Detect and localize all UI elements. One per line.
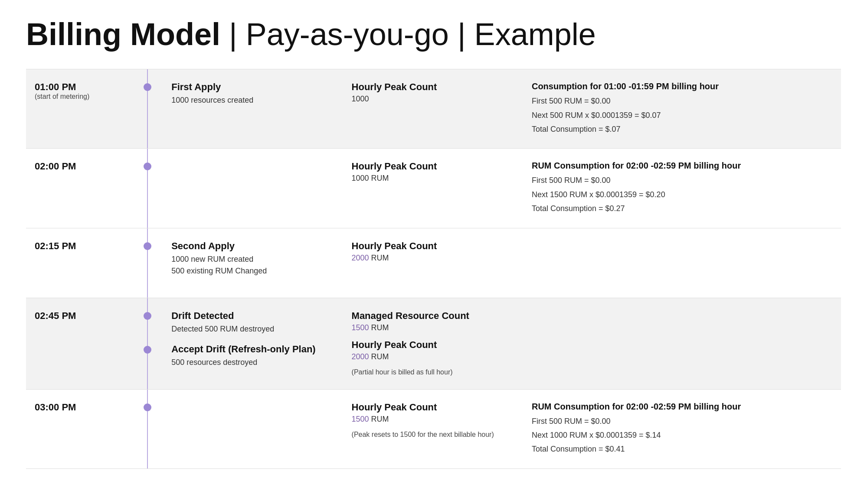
timeline-dot — [144, 346, 151, 354]
peak-value-suffix: RUM — [369, 352, 389, 361]
peak-note: (Partial hour is billed as full hour) — [352, 368, 514, 376]
consumption-detail: First 500 RUM = $0.00Next 1000 RUM x $0.… — [532, 414, 832, 456]
table-row: 02:15 PMSecond Apply 1000 new RUM create… — [26, 228, 841, 298]
event-title: Accept Drift (Refresh-only Plan) — [171, 344, 334, 355]
event-detail: Detected 500 RUM destroyed — [171, 323, 334, 335]
event-cell: First Apply 1000 resources created — [163, 69, 343, 149]
event-item: First Apply 1000 resources created — [171, 81, 334, 106]
event-cell — [163, 389, 343, 468]
table-row: 02:45 PMDrift Detected Detected 500 RUM … — [26, 298, 841, 389]
peak-note: (Peak resets to 1500 for the next billab… — [352, 431, 514, 439]
timeline-dot — [144, 312, 151, 320]
timeline-container: 01:00 PM(start of metering)First Apply 1… — [26, 69, 841, 469]
dot-cell — [132, 389, 163, 468]
consumption-cell: Consumption for 01:00 -01:59 PM billing … — [523, 69, 841, 149]
consumption-title: RUM Consumption for 02:00 -02:59 PM bill… — [532, 161, 832, 171]
event-item: Drift Detected Detected 500 RUM destroye… — [171, 310, 334, 335]
consumption-line: Next 500 RUM x $0.0001359 = $0.07 — [532, 108, 832, 122]
time-label: 02:45 PM — [35, 310, 123, 322]
peak-item: Managed Resource Count 1500 RUM — [352, 310, 514, 332]
peak-value: 1500 RUM — [352, 415, 514, 424]
consumption-item: RUM Consumption for 02:00 -02:59 PM bill… — [532, 161, 832, 215]
peak-value: 1000 RUM — [352, 174, 514, 183]
time-label: 01:00 PM — [35, 81, 123, 93]
peak-value-suffix: RUM — [369, 323, 389, 332]
peak-value: 1500 RUM — [352, 323, 514, 332]
table-row: 02:00 PMHourly Peak Count 1000 RUMRUM Co… — [26, 149, 841, 228]
event-detail: 500 resources destroyed — [171, 357, 334, 368]
peak-cell: Managed Resource Count 1500 RUMHourly Pe… — [343, 298, 523, 389]
peak-value-suffix: RUM — [369, 254, 389, 262]
peak-value-suffix: RUM — [369, 415, 389, 423]
peak-cell: Hourly Peak Count 1000 — [343, 69, 523, 149]
peak-value-highlight: 2000 — [352, 254, 369, 262]
time-label: 02:15 PM — [35, 241, 123, 252]
peak-value-text: 1000 — [352, 94, 369, 103]
dot-cell — [132, 228, 163, 298]
peak-cell: Hourly Peak Count 1500 RUM(Peak resets t… — [343, 389, 523, 468]
event-title: First Apply — [171, 81, 334, 93]
event-cell: Second Apply 1000 new RUM created500 exi… — [163, 228, 343, 298]
consumption-line: Total Consumption = $0.27 — [532, 202, 832, 215]
consumption-line: First 500 RUM = $0.00 — [532, 94, 832, 108]
consumption-cell: RUM Consumption for 02:00 -02:59 PM bill… — [523, 149, 841, 228]
peak-value-highlight: 1500 — [352, 323, 369, 332]
event-item: Second Apply 1000 new RUM created500 exi… — [171, 241, 334, 277]
event-detail: 1000 new RUM created500 existing RUM Cha… — [171, 254, 334, 277]
consumption-line: Total Consumption = $.07 — [532, 122, 832, 136]
peak-cell: Hourly Peak Count 1000 RUM — [343, 149, 523, 228]
timeline-dot — [144, 163, 151, 170]
time-cell: 02:00 PM — [26, 149, 132, 228]
peak-title: Hourly Peak Count — [352, 81, 514, 93]
peak-cell: Hourly Peak Count 2000 RUM — [343, 228, 523, 298]
peak-value-highlight: 1500 — [352, 415, 369, 423]
consumption-line: Next 1500 RUM x $0.0001359 = $0.20 — [532, 188, 832, 202]
timeline-dot — [144, 83, 151, 91]
table-row: 03:00 PMHourly Peak Count 1500 RUM(Peak … — [26, 389, 841, 468]
consumption-line: First 500 RUM = $0.00 — [532, 414, 832, 428]
consumption-cell — [523, 228, 841, 298]
consumption-line: First 500 RUM = $0.00 — [532, 173, 832, 187]
event-title: Drift Detected — [171, 310, 334, 322]
timeline-table: 01:00 PM(start of metering)First Apply 1… — [26, 69, 841, 469]
consumption-line: Next 1000 RUM x $0.0001359 = $.14 — [532, 428, 832, 442]
time-cell: 03:00 PM — [26, 389, 132, 468]
peak-item: Hourly Peak Count 1500 RUM — [352, 402, 514, 424]
peak-value-text: 1000 RUM — [352, 174, 389, 182]
event-title: Second Apply — [171, 241, 334, 252]
consumption-cell — [523, 298, 841, 389]
time-label: 03:00 PM — [35, 402, 123, 413]
consumption-title: Consumption for 01:00 -01:59 PM billing … — [532, 81, 832, 91]
consumption-line: Total Consumption = $0.41 — [532, 442, 832, 456]
event-item: Accept Drift (Refresh-only Plan) 500 res… — [171, 344, 334, 368]
page-title: Billing Model | Pay-as-you-go | Example — [26, 17, 841, 52]
consumption-title: RUM Consumption for 02:00 -02:59 PM bill… — [532, 402, 832, 412]
peak-value: 2000 RUM — [352, 254, 514, 263]
time-sublabel: (start of metering) — [35, 93, 89, 100]
timeline-dot — [144, 403, 151, 411]
consumption-cell: RUM Consumption for 02:00 -02:59 PM bill… — [523, 389, 841, 468]
event-cell: Drift Detected Detected 500 RUM destroye… — [163, 298, 343, 389]
peak-title: Hourly Peak Count — [352, 339, 514, 351]
time-cell: 02:15 PM — [26, 228, 132, 298]
consumption-detail: First 500 RUM = $0.00Next 1500 RUM x $0.… — [532, 173, 832, 215]
peak-item: Hourly Peak Count 1000 RUM — [352, 161, 514, 183]
peak-item: Hourly Peak Count 2000 RUM — [352, 339, 514, 361]
peak-value: 2000 RUM — [352, 352, 514, 361]
dot-cell — [132, 298, 163, 389]
peak-item: Hourly Peak Count 2000 RUM — [352, 241, 514, 263]
peak-title: Hourly Peak Count — [352, 241, 514, 252]
peak-value: 1000 — [352, 94, 514, 104]
peak-item: Hourly Peak Count 1000 — [352, 81, 514, 104]
event-cell — [163, 149, 343, 228]
consumption-detail: First 500 RUM = $0.00Next 500 RUM x $0.0… — [532, 94, 832, 136]
dot-cell — [132, 149, 163, 228]
table-row: 01:00 PM(start of metering)First Apply 1… — [26, 69, 841, 149]
peak-title: Managed Resource Count — [352, 310, 514, 322]
event-detail: 1000 resources created — [171, 94, 334, 106]
time-cell: 01:00 PM(start of metering) — [26, 69, 132, 149]
peak-title: Hourly Peak Count — [352, 161, 514, 172]
dot-cell — [132, 69, 163, 149]
peak-title: Hourly Peak Count — [352, 402, 514, 413]
time-cell: 02:45 PM — [26, 298, 132, 389]
